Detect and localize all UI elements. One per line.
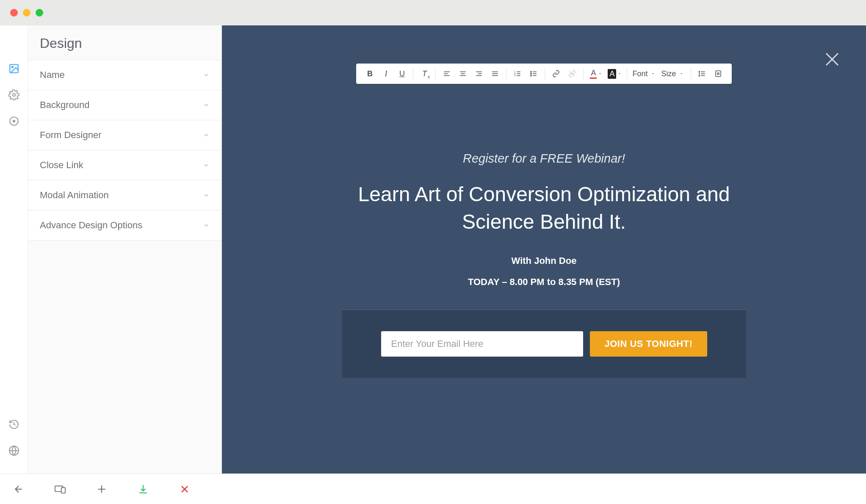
separator (413, 68, 413, 79)
modal-content: Register for a FREE Webinar! Learn Art o… (342, 152, 746, 378)
accordion-label: Close Link (40, 160, 83, 171)
underline-button[interactable]: U (394, 66, 409, 81)
separator (435, 68, 436, 79)
accordion-label: Name (40, 69, 65, 80)
back-arrow-icon[interactable] (13, 483, 25, 495)
canvas-preview: B I U Tx (222, 25, 866, 474)
svg-point-1 (11, 66, 13, 68)
separator (627, 68, 627, 79)
separator (545, 68, 545, 79)
accordion-advance-design-options[interactable]: Advance Design Options (28, 210, 221, 241)
close-icon[interactable] (822, 49, 842, 69)
traffic-light-zoom[interactable] (36, 9, 43, 17)
accordion-modal-animation[interactable]: Modal Animation (28, 180, 221, 210)
svg-point-9 (531, 71, 531, 72)
accordion-label: Advance Design Options (40, 220, 142, 231)
svg-point-11 (531, 75, 531, 76)
image-icon[interactable] (8, 63, 20, 75)
rte-toolbar: B I U Tx (356, 64, 731, 84)
join-button[interactable]: JOIN US TONIGHT! (590, 331, 707, 357)
link-button[interactable] (548, 66, 564, 81)
unlink-button[interactable] (564, 66, 580, 81)
chevron-down-icon (203, 162, 210, 169)
bg-color-button[interactable]: A (606, 66, 623, 81)
modal-title[interactable]: Learn Art of Conversion Optimization and… (342, 181, 746, 236)
traffic-light-close[interactable] (10, 9, 18, 17)
align-left-button[interactable] (439, 66, 454, 81)
devices-icon[interactable] (54, 483, 66, 495)
traffic-light-minimize[interactable] (23, 9, 30, 17)
left-icon-rail (0, 25, 28, 474)
accordion-label: Modal Animation (40, 190, 109, 201)
svg-point-13 (717, 73, 719, 75)
bold-button[interactable]: B (362, 66, 377, 81)
email-input[interactable] (381, 331, 584, 357)
size-dropdown[interactable]: Size (660, 69, 687, 78)
accordion-close-link[interactable]: Close Link (28, 150, 221, 180)
download-icon[interactable] (137, 483, 149, 495)
design-sidebar: Design Name Background Form Designer (28, 25, 222, 474)
history-icon[interactable] (8, 418, 20, 430)
text-color-button[interactable]: A (587, 66, 605, 81)
chevron-down-icon (203, 192, 210, 199)
source-button[interactable] (711, 66, 726, 81)
align-center-button[interactable] (455, 66, 470, 81)
signup-form: JOIN US TONIGHT! (342, 310, 746, 378)
accordion-name[interactable]: Name (28, 60, 221, 90)
chevron-down-icon (203, 72, 210, 78)
accordion-label: Form Designer (40, 130, 101, 141)
size-dropdown-label: Size (661, 69, 676, 78)
svg-rect-15 (61, 487, 65, 493)
svg-rect-12 (716, 71, 721, 77)
delete-icon[interactable] (179, 483, 191, 495)
font-dropdown-label: Font (632, 69, 647, 78)
svg-point-4 (13, 120, 14, 122)
window-titlebar (0, 0, 866, 25)
chevron-down-icon (203, 102, 210, 108)
gear-icon[interactable] (8, 89, 20, 101)
separator (583, 68, 584, 79)
align-right-button[interactable] (471, 66, 487, 81)
separator (506, 68, 506, 79)
ordered-list-button[interactable]: 123 (510, 66, 525, 81)
font-dropdown[interactable]: Font (631, 69, 658, 78)
add-icon[interactable] (96, 483, 108, 495)
chevron-down-icon (203, 222, 210, 229)
accordion-background[interactable]: Background (28, 90, 221, 120)
separator (691, 68, 691, 79)
modal-presenter[interactable]: With John Doe (342, 255, 746, 266)
svg-text:3: 3 (515, 74, 516, 77)
unordered-list-button[interactable] (526, 66, 541, 81)
accordion-label: Background (40, 100, 89, 111)
sidebar-title: Design (28, 25, 221, 60)
modal-pretitle[interactable]: Register for a FREE Webinar! (342, 152, 746, 166)
accordion-form-designer[interactable]: Form Designer (28, 120, 221, 150)
chevron-down-icon (203, 132, 210, 138)
clear-format-button[interactable]: Tx (417, 66, 432, 81)
line-height-button[interactable] (694, 66, 710, 81)
italic-button[interactable]: I (378, 66, 393, 81)
align-justify-button[interactable] (487, 66, 503, 81)
svg-point-10 (531, 73, 531, 74)
target-icon[interactable] (8, 115, 20, 127)
globe-icon[interactable] (8, 445, 20, 457)
bottom-toolbar (0, 474, 866, 504)
svg-point-2 (12, 94, 15, 97)
modal-schedule[interactable]: TODAY – 8.00 PM to 8.35 PM (EST) (342, 277, 746, 288)
